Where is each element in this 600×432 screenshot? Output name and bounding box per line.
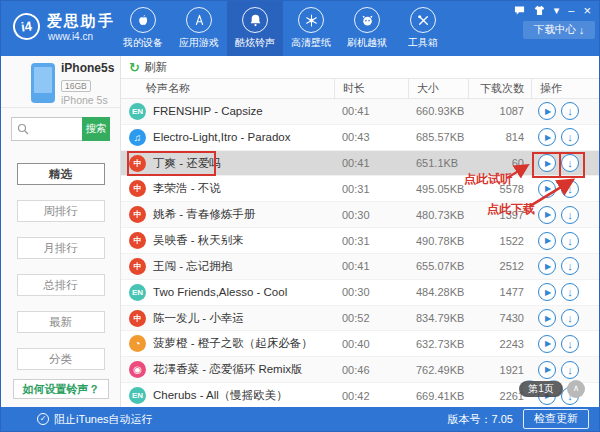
download-button[interactable]: ↓ xyxy=(561,335,579,353)
sidebar-item-总排行[interactable]: 总排行 xyxy=(17,274,105,296)
ringtone-row[interactable]: EN FRENSHIP - Capsize 00:41 660.93KB 108… xyxy=(121,99,599,125)
page-number-badge: 第1页 xyxy=(519,381,563,397)
search-input[interactable] xyxy=(29,123,83,135)
ringtone-name: 花澤香菜 - 恋爱循环 Remix版 xyxy=(153,362,303,377)
play-button[interactable]: ▶ xyxy=(538,206,556,224)
ringtone-downloads: 2243 xyxy=(468,338,531,350)
table-header: 铃声名称 时长 大小 下载次数 操作 xyxy=(121,78,599,99)
ringtone-duration: 00:41 xyxy=(334,105,408,117)
download-button[interactable]: ↓ xyxy=(561,154,579,172)
ringtone-size: 834.79KB xyxy=(408,312,468,324)
status-bar: ✓ 阻止iTunes自动运行 版本号：7.05 检查更新 xyxy=(1,407,599,431)
ringtone-language-badge: ♫ xyxy=(129,129,146,146)
ringtone-downloads: 1477 xyxy=(468,286,531,298)
skin-icon[interactable] xyxy=(534,5,545,16)
sidebar-item-月排行[interactable]: 月排行 xyxy=(17,237,105,259)
download-center-button[interactable]: 下载中心 ↓ xyxy=(523,21,595,39)
refresh-button[interactable]: 刷新 xyxy=(144,60,167,75)
nav-tab-label: 刷机越狱 xyxy=(347,36,387,50)
sidebar-item-周排行[interactable]: 周排行 xyxy=(17,200,105,222)
ringtone-row[interactable]: 中 李荣浩 - 不说 00:31 495.05KB 5578 ▶ ↓ xyxy=(121,176,599,202)
app-url: www.i4.cn xyxy=(48,31,93,42)
block-itunes-toggle[interactable]: ✓ 阻止iTunes自动运行 xyxy=(1,412,153,427)
ringtone-duration: 00:52 xyxy=(334,312,408,324)
window-controls: ▾ – × xyxy=(514,5,591,16)
nav-tab-apple[interactable]: 我的设备 xyxy=(115,1,171,56)
device-capacity-badge: 16GB xyxy=(61,80,91,92)
back-to-top-button[interactable]: ∧ xyxy=(567,380,585,398)
sidebar: iPhone5s 16GB iPhone 5s 搜索 精选周排行月排行总排行最新… xyxy=(1,56,121,407)
play-button[interactable]: ▶ xyxy=(538,283,556,301)
check-circle-icon: ✓ xyxy=(37,413,49,425)
play-button[interactable]: ▶ xyxy=(538,257,556,275)
column-header-downloads: 下载次数 xyxy=(468,79,531,98)
search-button[interactable]: 搜索 xyxy=(82,117,110,141)
feedback-icon[interactable] xyxy=(514,5,525,16)
download-button[interactable]: ↓ xyxy=(561,257,579,275)
download-button[interactable]: ↓ xyxy=(561,102,579,120)
play-button[interactable]: ▶ xyxy=(538,128,556,146)
ringtone-row[interactable]: 中 吴映香 - 秋天别来 00:31 490.78KB 1522 ▶ ↓ xyxy=(121,228,599,254)
ringtone-duration: 00:40 xyxy=(334,338,408,350)
header: i4 爱思助手 www.i4.cn 我的设备 应用游戏 酷炫铃声 高清壁纸 刷机… xyxy=(1,1,599,56)
menu-caret-icon[interactable]: ▾ xyxy=(554,5,560,16)
nav-tab-wallpaper[interactable]: 高清壁纸 xyxy=(283,1,339,56)
check-update-button[interactable]: 检查更新 xyxy=(523,409,589,429)
ringtone-name: 李荣浩 - 不说 xyxy=(153,181,221,196)
app-logo-icon: i4 xyxy=(11,11,41,41)
appstore-icon xyxy=(186,7,212,33)
download-button[interactable]: ↓ xyxy=(561,232,579,250)
ringtone-row[interactable]: 中 陈一发儿 - 小幸运 00:52 834.79KB 7430 ▶ ↓ xyxy=(121,306,599,332)
play-button[interactable]: ▶ xyxy=(538,361,556,379)
nav-tab-appstore[interactable]: 应用游戏 xyxy=(171,1,227,56)
download-button[interactable]: ↓ xyxy=(561,180,579,198)
ringtone-duration: 00:41 xyxy=(334,157,408,169)
download-button[interactable]: ↓ xyxy=(561,206,579,224)
play-button[interactable]: ▶ xyxy=(538,102,556,120)
sidebar-item-精选[interactable]: 精选 xyxy=(17,163,105,185)
ringtone-size: 660.93KB xyxy=(408,105,468,117)
download-button[interactable]: ↓ xyxy=(561,283,579,301)
play-button[interactable]: ▶ xyxy=(538,180,556,198)
ringtone-row[interactable]: ◔ 菠萝橙 - 橙子之歌（起床必备） 00:40 632.73KB 2243 ▶… xyxy=(121,331,599,357)
nav-tab-bell[interactable]: 酷炫铃声 xyxy=(227,1,283,56)
how-to-set-ringtone-link[interactable]: 如何设置铃声？ xyxy=(13,379,109,399)
main-content: ↻ 刷新 铃声名称 时长 大小 下载次数 操作 EN FRENSHIP - Ca… xyxy=(121,56,599,407)
ringtone-downloads: 814 xyxy=(468,131,531,143)
nav-tab-toolbox[interactable]: 工具箱 xyxy=(395,1,451,56)
ringtone-row[interactable]: ♫ Electro-Light,Itro - Paradox 00:43 685… xyxy=(121,125,599,151)
play-button[interactable]: ▶ xyxy=(538,335,556,353)
nav-tab-label: 酷炫铃声 xyxy=(235,36,275,50)
ringtone-downloads: 1522 xyxy=(468,235,531,247)
ringtone-name: 吴映香 - 秋天别来 xyxy=(153,233,244,248)
play-button[interactable]: ▶ xyxy=(538,154,556,172)
ringtone-row[interactable]: 中 王闯 - 忘记拥抱 00:41 655.07KB 2512 ▶ ↓ xyxy=(121,254,599,280)
download-button[interactable]: ↓ xyxy=(561,309,579,327)
toolbar: ↻ 刷新 xyxy=(121,56,599,78)
download-button[interactable]: ↓ xyxy=(561,128,579,146)
nav-tab-label: 高清壁纸 xyxy=(291,36,331,50)
ringtone-size: 655.07KB xyxy=(408,260,468,272)
device-panel: iPhone5s 16GB iPhone 5s xyxy=(1,56,120,108)
ringtone-row[interactable]: 中 丁爽 - 还爱吗 00:41 651.1KB 60 ▶ ↓ xyxy=(121,151,599,177)
ringtone-duration: 00:46 xyxy=(334,364,408,376)
ringtone-row[interactable]: 中 姚希 - 青春修炼手册 00:30 480.73KB 1397 ▶ ↓ xyxy=(121,202,599,228)
play-button[interactable]: ▶ xyxy=(538,232,556,250)
sidebar-item-最新[interactable]: 最新 xyxy=(17,311,105,333)
ringtone-downloads: 1087 xyxy=(468,105,531,117)
minimize-icon[interactable]: – xyxy=(568,5,574,16)
nav-tab-jailbreak[interactable]: 刷机越狱 xyxy=(339,1,395,56)
ringtone-duration: 00:30 xyxy=(334,286,408,298)
ringtone-downloads: 2512 xyxy=(468,260,531,272)
nav-tab-label: 我的设备 xyxy=(123,36,163,50)
ringtone-size: 495.05KB xyxy=(408,183,468,195)
download-button[interactable]: ↓ xyxy=(561,361,579,379)
jailbreak-icon xyxy=(354,7,380,33)
sidebar-item-分类[interactable]: 分类 xyxy=(17,348,105,370)
device-model: iPhone 5s xyxy=(61,94,114,106)
close-icon[interactable]: × xyxy=(583,5,591,16)
ringtone-row[interactable]: EN Two Friends,Alesso - Cool 00:30 484.2… xyxy=(121,280,599,306)
play-button[interactable]: ▶ xyxy=(538,309,556,327)
ringtone-language-badge: 中 xyxy=(129,232,146,249)
ringtone-size: 490.78KB xyxy=(408,235,468,247)
